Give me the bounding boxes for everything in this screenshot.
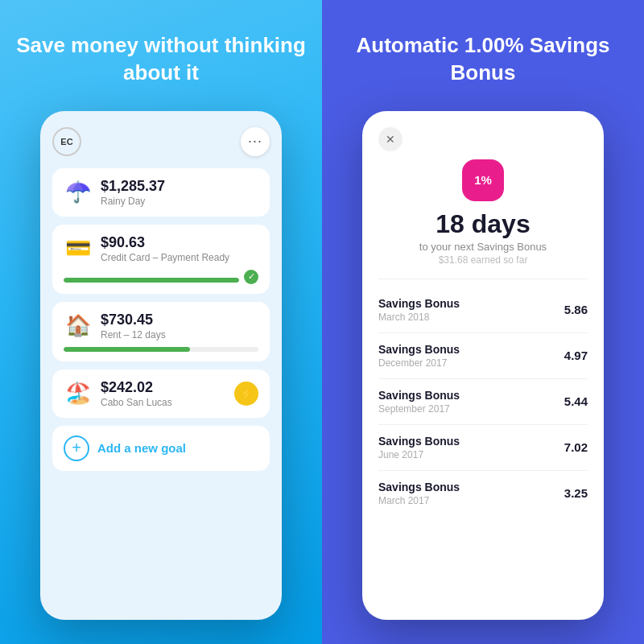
goal-card-credit-card[interactable]: 💳 $90.63 Credit Card – Payment Ready ✓: [52, 225, 270, 294]
goal-card-rent[interactable]: 🏠 $730.45 Rent – 12 days: [52, 302, 270, 361]
savings-item-amount: 7.02: [564, 440, 588, 454]
days-count: 18 days: [436, 209, 530, 239]
savings-list-item: Savings Bonus March 2017 3.25: [378, 471, 588, 516]
lightning-badge: ⚡: [234, 382, 258, 406]
phone-left: EC ··· ☂️ $1,285.37 Rainy Day 💳 $90.63 C…: [40, 111, 282, 620]
cabo-icon: 🏖️: [64, 381, 93, 406]
avatar: EC: [52, 127, 81, 156]
savings-item-amount: 3.25: [564, 486, 588, 500]
savings-item-date: September 2017: [378, 403, 460, 415]
more-options-button[interactable]: ···: [241, 127, 270, 156]
savings-item-name: Savings Bonus: [378, 389, 460, 402]
cabo-label: Cabo San Lucas: [101, 397, 226, 408]
savings-item-amount: 5.44: [564, 394, 588, 408]
rainy-day-label: Rainy Day: [101, 196, 258, 207]
percent-badge: 1%: [462, 159, 504, 201]
savings-item-name: Savings Bonus: [378, 297, 460, 310]
credit-card-icon: 💳: [64, 236, 93, 261]
savings-list-item: Savings Bonus September 2017 5.44: [378, 379, 588, 425]
rent-label: Rent – 12 days: [101, 329, 258, 341]
savings-list-item: Savings Bonus March 2018 5.86: [378, 287, 588, 333]
savings-item-date: March 2017: [378, 495, 460, 506]
left-panel: Save money without thinking about it EC …: [0, 0, 322, 644]
goal-card-rainy-day[interactable]: ☂️ $1,285.37 Rainy Day: [52, 168, 270, 217]
savings-item-name: Savings Bonus: [378, 481, 460, 493]
days-label: to your next Savings Bonus: [419, 241, 547, 253]
add-goal-label: Add a new goal: [97, 441, 186, 455]
right-title: Automatic 1.00% Savings Bonus: [338, 32, 628, 87]
close-button[interactable]: ✕: [378, 127, 402, 151]
cabo-amount: $242.02: [101, 379, 226, 396]
savings-item-amount: 4.97: [564, 349, 588, 362]
add-goal-row[interactable]: + Add a new goal: [52, 426, 270, 471]
rainy-day-icon: ☂️: [64, 180, 93, 204]
rent-amount: $730.45: [101, 312, 258, 328]
savings-header: 1% 18 days to your next Savings Bonus $3…: [378, 159, 588, 279]
phone-right: ✕ 1% 18 days to your next Savings Bonus …: [362, 111, 604, 620]
goal-card-cabo[interactable]: 🏖️ $242.02 Cabo San Lucas ⚡: [52, 369, 270, 418]
savings-item-date: March 2018: [378, 312, 460, 323]
add-icon: +: [64, 436, 89, 461]
complete-check-icon: ✓: [244, 270, 258, 284]
savings-item-amount: 5.86: [564, 303, 588, 316]
right-panel: Automatic 1.00% Savings Bonus ✕ 1% 18 da…: [322, 0, 644, 644]
phone-header: EC ···: [52, 127, 270, 156]
savings-list-item: Savings Bonus December 2017 4.97: [378, 333, 588, 379]
savings-item-date: June 2017: [378, 449, 460, 460]
rent-icon: 🏠: [64, 313, 93, 338]
savings-item-name: Savings Bonus: [378, 343, 460, 356]
left-title: Save money without thinking about it: [16, 32, 306, 87]
savings-list: Savings Bonus March 2018 5.86 Savings Bo…: [378, 287, 588, 604]
credit-card-label: Credit Card – Payment Ready: [101, 252, 258, 263]
savings-list-item: Savings Bonus June 2017 7.02: [378, 425, 588, 471]
credit-card-amount: $90.63: [101, 234, 258, 251]
earned-label: $31.68 earned so far: [439, 254, 528, 266]
savings-item-date: December 2017: [378, 357, 460, 369]
savings-item-name: Savings Bonus: [378, 435, 460, 448]
rainy-day-amount: $1,285.37: [101, 178, 258, 195]
